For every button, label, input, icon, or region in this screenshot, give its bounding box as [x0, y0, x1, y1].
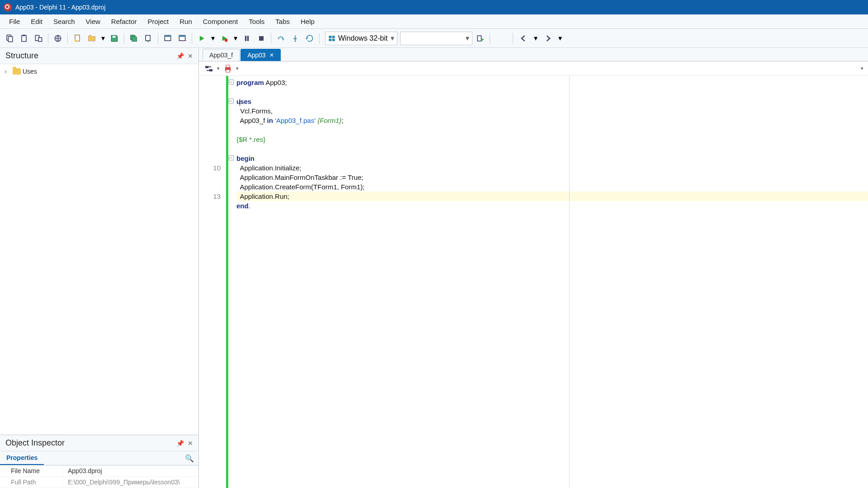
menu-run[interactable]: Run	[174, 16, 198, 27]
inspector-header: Object Inspector 📌 ✕	[0, 435, 198, 451]
toolbar: + − Windows 32-bit	[0, 29, 868, 48]
structure-tree[interactable]: › Uses	[0, 64, 198, 435]
stop-icon[interactable]	[255, 32, 268, 45]
prop-key: File Name	[0, 465, 63, 476]
svg-rect-22	[329, 36, 331, 38]
svg-rect-9	[113, 36, 116, 38]
step-into-icon[interactable]	[288, 32, 302, 45]
fold-icon[interactable]: −	[229, 80, 234, 84]
tab-label: App03_f	[209, 52, 233, 59]
fold-icon[interactable]: −	[229, 99, 234, 103]
fold-icon[interactable]: −	[229, 155, 234, 160]
svg-rect-18	[245, 36, 246, 41]
print-icon[interactable]	[222, 63, 233, 74]
paste-special-icon[interactable]	[32, 32, 45, 45]
menu-project[interactable]: Project	[142, 16, 175, 27]
form-view-icon[interactable]	[161, 32, 175, 45]
run-dropdown-icon[interactable]	[209, 34, 217, 42]
tree-label: Uses	[23, 68, 37, 75]
editor-tab-app03_f[interactable]: App03_f	[203, 49, 240, 61]
run-no-debug-dropdown-icon[interactable]	[232, 34, 239, 42]
svg-rect-30	[226, 65, 230, 67]
save-icon[interactable]	[108, 32, 121, 45]
editor-toolbar	[199, 61, 868, 76]
step-out-icon[interactable]	[303, 32, 316, 45]
chevron-down-icon[interactable]	[236, 66, 239, 71]
svg-rect-5	[38, 38, 42, 41]
run-no-debug-icon[interactable]	[217, 32, 231, 45]
add-to-project-icon[interactable]: +	[142, 32, 155, 45]
chevron-down-icon	[466, 34, 469, 42]
platform-combo[interactable]: Windows 32-bit	[325, 32, 397, 45]
prop-value: E:\000_Delphi\999_Примеры\lesson03\	[63, 477, 198, 488]
open-folder-icon[interactable]	[85, 32, 99, 45]
structure-header: Structure 📌 ✕	[0, 48, 198, 64]
nav-back-dropdown-icon[interactable]	[532, 34, 539, 42]
menu-search[interactable]: Search	[48, 16, 80, 27]
editor-tabs: App03_fApp03✕	[199, 48, 868, 61]
inspector-row[interactable]: Full PathE:\000_Delphi\999_Примеры\lesso…	[0, 477, 198, 488]
code-editor[interactable]: ·········10··13·· −−− program App03;uses…	[199, 76, 868, 488]
inspector-row[interactable]: File NameApp03.dproj	[0, 465, 198, 477]
windows-icon	[328, 35, 335, 42]
menu-edit[interactable]: Edit	[25, 16, 48, 27]
svg-text:+: +	[147, 39, 150, 43]
menu-file[interactable]: File	[4, 16, 25, 27]
open-dropdown-icon[interactable]	[99, 34, 107, 42]
inspector-grid: File NameApp03.dprojFull PathE:\000_Delp…	[0, 465, 198, 488]
svg-rect-23	[332, 36, 335, 38]
tree-node-uses[interactable]: › Uses	[5, 67, 194, 76]
config-combo[interactable]	[400, 32, 472, 45]
platform-label: Windows 32-bit	[338, 34, 387, 42]
window-title: App03 - Delphi 11 - App03.dproj	[15, 4, 105, 11]
close-icon[interactable]: ✕	[269, 52, 274, 58]
step-over-icon[interactable]	[274, 32, 288, 45]
run-icon[interactable]	[195, 32, 208, 45]
chevron-down-icon[interactable]	[217, 66, 220, 71]
pin-icon[interactable]: 📌	[176, 440, 184, 447]
menubar: FileEditSearchViewRefactorProjectRunComp…	[0, 14, 868, 29]
deploy-icon[interactable]	[473, 32, 487, 45]
chevron-down-icon[interactable]	[861, 66, 863, 71]
svg-rect-13	[165, 35, 170, 37]
menu-tabs[interactable]: Tabs	[270, 16, 295, 27]
tab-properties[interactable]: Properties	[0, 451, 44, 465]
svg-rect-27	[205, 66, 208, 68]
svg-point-8	[74, 39, 76, 42]
app-icon	[4, 3, 12, 11]
chevron-right-icon[interactable]: ›	[5, 68, 11, 75]
editor-tab-app03[interactable]: App03✕	[241, 49, 280, 61]
svg-text:−: −	[184, 38, 187, 43]
svg-rect-2	[22, 35, 26, 41]
svg-point-17	[225, 38, 228, 42]
paste-icon[interactable]	[17, 32, 31, 45]
close-icon[interactable]: ✕	[188, 52, 193, 60]
svg-rect-1	[9, 36, 13, 42]
chevron-down-icon	[391, 34, 394, 42]
inspector-title: Object Inspector	[5, 438, 65, 448]
copy-icon[interactable]	[3, 32, 16, 45]
close-icon[interactable]: ✕	[188, 440, 193, 447]
prop-value: App03.dproj	[63, 465, 198, 476]
sync-icon[interactable]	[203, 63, 214, 74]
search-icon[interactable]: 🔍	[180, 452, 198, 465]
pause-icon[interactable]	[240, 32, 254, 45]
svg-point-21	[294, 40, 296, 42]
folder-icon	[13, 68, 21, 75]
menu-refactor[interactable]: Refactor	[106, 16, 142, 27]
nav-forward-dropdown-icon[interactable]	[557, 34, 564, 42]
menu-view[interactable]: View	[80, 16, 106, 27]
pin-icon[interactable]: 📌	[176, 52, 184, 60]
menu-help[interactable]: Help	[295, 16, 320, 27]
svg-rect-25	[332, 38, 335, 41]
remove-from-project-icon[interactable]: −	[175, 32, 189, 45]
svg-rect-19	[247, 36, 249, 41]
nav-forward-icon[interactable]	[541, 32, 555, 45]
save-all-icon[interactable]	[127, 32, 141, 45]
new-file-icon[interactable]	[71, 32, 84, 45]
menu-tools[interactable]: Tools	[243, 16, 270, 27]
nav-back-icon[interactable]	[517, 32, 530, 45]
menu-component[interactable]: Component	[198, 16, 244, 27]
browser-icon[interactable]	[51, 32, 65, 45]
svg-rect-15	[179, 35, 185, 37]
